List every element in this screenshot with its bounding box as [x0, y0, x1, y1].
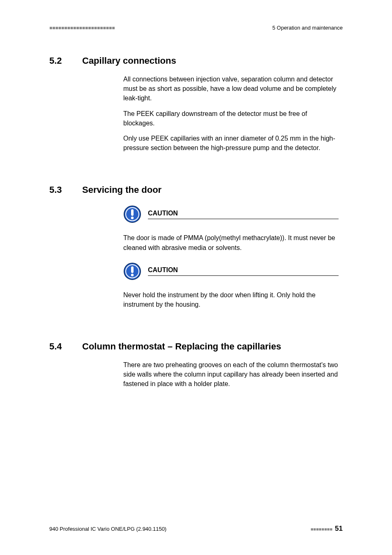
section-title: Column thermostat – Replacing the capill…: [82, 341, 281, 352]
footer-right: ■■■■■■■■ 51: [311, 525, 343, 533]
section-5-4-heading: 5.4 Column thermostat – Replacing the ca…: [49, 341, 343, 352]
svg-rect-2: [131, 209, 134, 216]
page-footer: 940 Professional IC Vario ONE/LPG (2.940…: [49, 525, 343, 533]
section-number: 5.3: [49, 185, 71, 195]
svg-point-7: [131, 273, 134, 276]
section-title: Servicing the door: [82, 185, 161, 195]
paragraph: There are two preheating grooves on each…: [123, 360, 339, 389]
paragraph: The PEEK capillary downstream of the det…: [123, 109, 339, 128]
section-5-4-body: There are two preheating grooves on each…: [123, 360, 339, 389]
svg-point-3: [131, 217, 134, 219]
callout-head: CAUTION: [123, 205, 339, 223]
caution-callout-2: CAUTION Never hold the instrument by the…: [123, 262, 339, 309]
page-number: 51: [335, 525, 343, 533]
header-chapter: 5 Operation and maintenance: [272, 25, 343, 31]
callout-label: CAUTION: [148, 210, 178, 217]
page-header: ■■■■■■■■■■■■■■■■■■■■■■ 5 Operation and m…: [49, 25, 343, 31]
caution-icon: [123, 262, 141, 280]
paragraph: Only use PEEK capillaries with an inner …: [123, 134, 339, 153]
section-number: 5.2: [49, 56, 71, 66]
paragraph: All connections between injection valve,…: [123, 74, 339, 103]
callout-label-wrap: CAUTION: [148, 210, 339, 219]
section-number: 5.4: [49, 341, 71, 352]
callout-head: CAUTION: [123, 262, 339, 280]
section-5-3-heading: 5.3 Servicing the door: [49, 185, 343, 195]
header-marks: ■■■■■■■■■■■■■■■■■■■■■■: [49, 25, 115, 31]
caution-callout-1: CAUTION The door is made of PMMA (poly(m…: [123, 205, 339, 252]
footer-product: 940 Professional IC Vario ONE/LPG (2.940…: [49, 526, 166, 532]
page: ■■■■■■■■■■■■■■■■■■■■■■ 5 Operation and m…: [0, 0, 392, 555]
callout-label-wrap: CAUTION: [148, 266, 339, 276]
section-5-2-body: All connections between injection valve,…: [123, 74, 339, 153]
callout-label: CAUTION: [148, 266, 178, 273]
callout-body: Never hold the instrument by the door wh…: [123, 290, 339, 309]
footer-marks: ■■■■■■■■: [311, 527, 332, 532]
svg-rect-6: [131, 266, 134, 273]
caution-icon: [123, 205, 141, 223]
section-5-2-heading: 5.2 Capillary connections: [49, 56, 343, 66]
callout-body: The door is made of PMMA (poly(methyl me…: [123, 233, 339, 252]
section-title: Capillary connections: [82, 56, 176, 66]
